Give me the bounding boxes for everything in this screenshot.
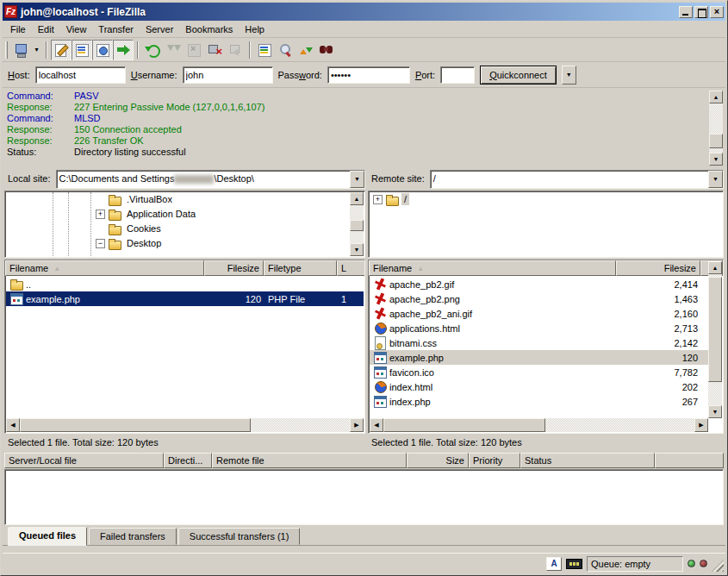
menu-file[interactable]: File xyxy=(4,22,32,37)
local-site-combo[interactable]: C:\Documents and Settings\Desktop\▼ xyxy=(56,170,365,189)
file-cell-filename[interactable]: apache_pb2.gif xyxy=(370,277,617,291)
file-name[interactable]: applications.html xyxy=(389,323,460,334)
column-header-filename[interactable]: Filename▲ xyxy=(369,260,616,276)
toolbar-separator[interactable] xyxy=(46,41,47,59)
menu-bookmarks[interactable]: Bookmarks xyxy=(179,22,239,37)
username-input[interactable] xyxy=(183,66,273,84)
file-name[interactable]: index.php xyxy=(389,397,431,407)
column-header-label[interactable]: Filename xyxy=(9,263,48,273)
synchronized-browsing-icon[interactable] xyxy=(298,42,314,58)
file-row[interactable]: index.php267 xyxy=(370,394,708,409)
file-cell-filesize[interactable]: 120 xyxy=(617,350,701,365)
php-file-icon[interactable] xyxy=(373,395,387,408)
tree-item-label[interactable]: Application Data xyxy=(124,208,198,220)
tree-item[interactable]: −Desktop xyxy=(6,236,349,251)
redacted-username[interactable] xyxy=(174,175,214,184)
remote-file-list[interactable]: Filename▲Filesizeapache_pb2.gif2,414apac… xyxy=(368,260,724,434)
file-cell-filesize[interactable] xyxy=(205,277,264,291)
log-line-type[interactable]: Command: xyxy=(7,91,74,102)
tree-expander-minus[interactable]: − xyxy=(96,239,105,248)
file-row[interactable]: favicon.ico7,782 xyxy=(370,365,708,379)
file-cell-filesize[interactable]: 7,782 xyxy=(617,365,701,379)
file-name[interactable]: example.php xyxy=(389,353,444,363)
file-row[interactable]: apache_pb2.png1,463 xyxy=(370,291,708,306)
directory-comparison-icon[interactable] xyxy=(277,42,293,58)
log-scrollbar-down[interactable]: ▼ xyxy=(709,153,723,166)
file-name[interactable]: apache_pb2.gif xyxy=(389,279,454,290)
css-file-icon[interactable] xyxy=(373,336,387,349)
file-size[interactable]: 267 xyxy=(682,397,698,407)
port-input[interactable] xyxy=(440,66,475,84)
quickconnect-button[interactable]: Quickconnect xyxy=(480,66,557,85)
site-manager-dropdown-button[interactable]: ▾ xyxy=(31,40,42,60)
column-header-label[interactable]: Filename xyxy=(373,263,412,273)
column-header-label[interactable]: Filesize xyxy=(227,263,259,273)
remote-list-hscrollbar-track[interactable] xyxy=(383,418,694,432)
log-line-type[interactable]: Status: xyxy=(7,147,74,158)
queue-column-remotefile[interactable]: Remote file xyxy=(212,453,407,468)
file-cell-filename[interactable]: bitnami.css xyxy=(370,335,617,350)
local-tree-scrollbar[interactable]: ▲▼ xyxy=(350,192,364,257)
toggle-remote-tree-icon[interactable] xyxy=(95,42,110,58)
html-file-icon[interactable] xyxy=(373,322,387,335)
ascii-datatype-icon[interactable]: A xyxy=(546,557,562,571)
sort-ascending-icon[interactable]: ▲ xyxy=(53,265,60,272)
local-tree-scrollbar-thumb[interactable] xyxy=(350,220,364,230)
file-size[interactable]: 2,142 xyxy=(674,338,698,348)
local-site-path[interactable]: C:\Documents and Settings\Desktop\ xyxy=(57,171,350,188)
local-list-hscrollbar-left[interactable]: ◀ xyxy=(6,418,20,432)
remote-list-hscrollbar-left[interactable]: ◀ xyxy=(370,418,383,432)
queue-column-label[interactable]: Size xyxy=(446,455,464,466)
image-file-icon[interactable] xyxy=(373,278,387,291)
tree-item[interactable]: +Application Data xyxy=(6,207,349,222)
queue-column-serverlocalfile[interactable]: Server/Local file xyxy=(4,453,164,468)
toggle-remote-tree-button[interactable] xyxy=(92,40,113,60)
file-row[interactable]: .. xyxy=(6,277,364,291)
process-queue-button[interactable] xyxy=(163,40,184,60)
remote-list-hscrollbar-thumb[interactable] xyxy=(383,418,545,432)
log-line-type[interactable]: Command: xyxy=(7,113,74,124)
tab-failed-transfers[interactable]: Failed transfers xyxy=(89,528,177,545)
menu-edit[interactable]: Edit xyxy=(32,22,60,37)
reconnect-icon[interactable] xyxy=(227,42,243,58)
menu-help[interactable]: Help xyxy=(239,22,271,37)
cancel-icon[interactable] xyxy=(186,42,202,58)
tree-expander-plus[interactable]: + xyxy=(96,210,105,219)
file-cell-filesize[interactable]: 2,142 xyxy=(617,335,701,350)
tree-item-label[interactable]: .VirtualBox xyxy=(124,193,175,205)
log-line[interactable]: Command:MLSD xyxy=(7,113,708,124)
file-name[interactable]: apache_pb2_ani.gif xyxy=(389,309,472,319)
refresh-icon[interactable] xyxy=(145,42,160,58)
remote-list-vscrollbar-down[interactable]: ▼ xyxy=(708,405,722,418)
file-modified[interactable]: 1 xyxy=(341,294,346,304)
file-size[interactable]: 2,160 xyxy=(674,309,698,319)
file-cell-filesize[interactable]: 2,713 xyxy=(617,321,701,335)
host-label[interactable]: Host: xyxy=(8,70,30,80)
file-cell-filename[interactable]: index.php xyxy=(370,394,617,409)
file-row[interactable]: apache_pb2_ani.gif2,160 xyxy=(370,306,708,321)
file-row[interactable]: applications.html2,713 xyxy=(370,321,708,335)
file-row[interactable]: apache_pb2.gif2,414 xyxy=(370,277,708,291)
remote-tree-inner[interactable]: +/ xyxy=(370,192,707,257)
tree-item[interactable]: +/ xyxy=(370,192,707,207)
log-line-type[interactable]: Response: xyxy=(7,102,74,113)
file-name[interactable]: index.html xyxy=(389,382,432,392)
quickconnect-dropdown[interactable]: ▼ xyxy=(562,66,576,85)
find-files-icon[interactable] xyxy=(319,42,334,58)
column-header-label[interactable]: Filetype xyxy=(268,263,302,273)
menu-transfer[interactable]: Transfer xyxy=(92,22,140,37)
column-header-filesize[interactable]: Filesize xyxy=(616,260,700,276)
folder-icon[interactable] xyxy=(385,193,399,206)
file-cell-filesize[interactable]: 2,160 xyxy=(617,306,701,321)
local-tree[interactable]: .VirtualBox+Application DataCookies−Desk… xyxy=(4,191,365,259)
cancel-button[interactable] xyxy=(184,40,204,60)
remote-list-body[interactable]: apache_pb2.gif2,414apache_pb2.png1,463ap… xyxy=(370,277,708,418)
file-cell-filename[interactable]: example.php xyxy=(6,291,205,306)
local-list-hscrollbar-track[interactable] xyxy=(20,418,350,432)
maximize-button[interactable] xyxy=(694,6,708,18)
file-cell-filesize[interactable]: 1,463 xyxy=(617,291,701,306)
file-cell-filename[interactable]: index.html xyxy=(370,379,617,394)
menu-view[interactable]: View xyxy=(60,22,93,37)
php-file-icon[interactable] xyxy=(373,366,387,379)
toggle-local-tree-icon[interactable] xyxy=(74,42,90,58)
